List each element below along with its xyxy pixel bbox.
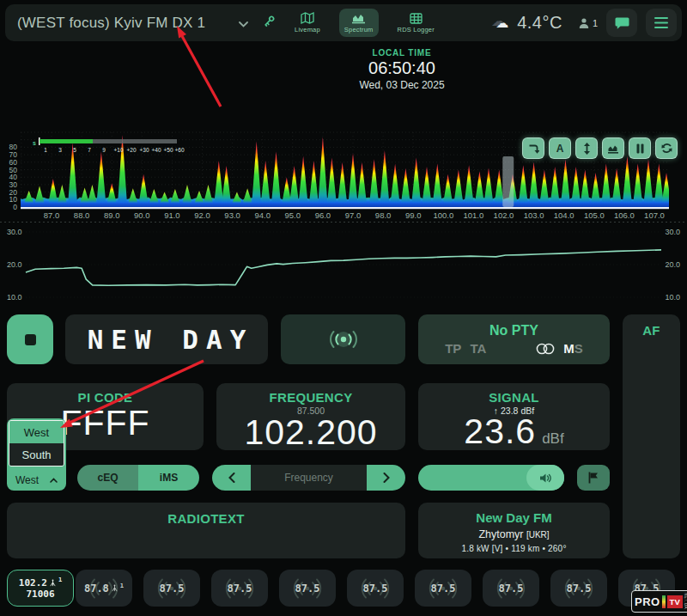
frequency-down-button[interactable] [212, 465, 251, 491]
ceq-button[interactable]: cEQ [77, 465, 138, 491]
refresh-button[interactable] [655, 137, 678, 159]
svg-text:94.0: 94.0 [254, 210, 271, 220]
auto-mode-button[interactable]: A [549, 137, 571, 159]
turn-down-arrow-button[interactable] [522, 137, 544, 159]
antenna-options-list: West South [9, 420, 64, 467]
antenna-option-west[interactable]: West [9, 421, 64, 443]
logo-pro-text: PRO [635, 595, 660, 608]
signal-unit: dBf [542, 430, 564, 448]
chat-button[interactable] [606, 9, 637, 37]
key-icon[interactable] [262, 15, 276, 32]
svg-text:+40: +40 [151, 147, 161, 153]
preset-frequency: 87.5 [363, 582, 388, 595]
preset-button[interactable]: 87.5 [550, 570, 607, 607]
fmdx-webserver-app: (WEST focus) Kyiv FM DX 1 Livemap Spectr… [0, 0, 687, 616]
svg-text:92.0: 92.0 [194, 210, 210, 220]
chat-bubble-icon [615, 16, 629, 30]
logo-stripe [662, 595, 666, 608]
ims-button[interactable]: iMS [138, 465, 199, 491]
preset-frequency: 87.5 [431, 582, 456, 595]
chevron-down-icon[interactable] [239, 15, 248, 31]
svg-text:0: 0 [13, 203, 17, 211]
spectrum-chart-icon [351, 12, 366, 24]
tp-flag: TP [445, 341, 461, 356]
preset-button[interactable]: 87.5 [347, 570, 404, 607]
report-flag-button[interactable] [577, 465, 610, 491]
preset-frequency: 87.5 [228, 582, 252, 595]
station-details: 1.8 kW [V] • 119 km • 260° [418, 544, 610, 553]
svg-text:20.0: 20.0 [7, 260, 22, 269]
weather-widget: ☁☁ 4.4°C [491, 13, 562, 33]
antenna-option-south[interactable]: South [9, 443, 64, 466]
rds-ps-panel: NEW DAY [65, 314, 268, 364]
svg-text:91.0: 91.0 [164, 210, 180, 220]
users-count: 1 [593, 18, 598, 28]
nav-livemap[interactable]: Livemap [289, 9, 325, 37]
local-time-value: 06:50:40 [316, 58, 488, 78]
pause-button[interactable] [629, 137, 651, 159]
frequency-up-button[interactable] [367, 465, 405, 491]
preset-button[interactable]: 87.5 [483, 570, 539, 607]
nav-rds-logger[interactable]: RDS Logger [392, 9, 440, 37]
cloud-icon: ☁☁ [491, 14, 512, 33]
map-icon [301, 12, 314, 24]
stereo-icon [536, 343, 555, 355]
svg-text:10.0: 10.0 [7, 293, 22, 302]
svg-text:87.0: 87.0 [44, 210, 60, 220]
spectrum-toolbar: A [522, 137, 678, 159]
temperature: 4.4°C [517, 13, 562, 33]
preset-button[interactable]: 87.81 [76, 570, 132, 607]
svg-text:3: 3 [58, 147, 62, 153]
rds-ps-text: NEW DAY [88, 324, 254, 355]
local-time-label: LOCAL TIME [316, 48, 488, 58]
svg-text:90.0: 90.0 [134, 210, 150, 220]
transmitter-mast-icon [111, 584, 119, 592]
server-title[interactable]: (WEST focus) Kyiv FM DX 1 [17, 15, 205, 32]
preset-button[interactable]: 87.5 [143, 570, 200, 607]
svg-text:+50: +50 [163, 147, 173, 153]
stop-playback-button[interactable] [7, 314, 53, 364]
ukraine-flag-icon [212, 16, 232, 29]
top-bar: (WEST focus) Kyiv FM DX 1 Livemap Spectr… [5, 4, 682, 41]
svg-text:+60: +60 [174, 147, 184, 153]
svg-text:107.0: 107.0 [644, 210, 665, 220]
local-time-date: Wed, 03 Dec 2025 [316, 79, 488, 91]
scale-updown-button[interactable] [575, 137, 598, 159]
signal-value: 23.6 [464, 413, 536, 450]
frequency-input[interactable] [251, 472, 367, 484]
svg-text:103.0: 103.0 [524, 210, 544, 220]
pty-value: No PTY [489, 323, 538, 338]
volume-slider[interactable] [418, 465, 564, 491]
spectrum-mode-button[interactable] [602, 137, 624, 159]
preset-frequency: 87.5 [160, 582, 185, 595]
chevron-right-icon [383, 473, 390, 483]
signal-history-line [26, 250, 661, 285]
preset-button[interactable]: 87.5 [211, 570, 268, 607]
antenna-select[interactable]: West [9, 469, 64, 491]
preset-frequency: 102.2 [19, 577, 47, 589]
menu-button[interactable] [646, 9, 677, 37]
nav-spectrum-label: Spectrum [344, 26, 374, 34]
radiotext-panel: RADIOTEXT [7, 503, 405, 558]
signal-label: SIGNAL [418, 390, 610, 405]
svg-text:88.0: 88.0 [74, 210, 90, 220]
logo-net-text: NET.UA [684, 593, 687, 609]
users-counter: 1 [578, 17, 598, 29]
svg-text:+10: +10 [113, 147, 123, 153]
preset-button[interactable]: 87.5 [415, 570, 471, 607]
station-name[interactable]: New Day FM [418, 510, 610, 525]
preset-button[interactable]: 87.5 [279, 570, 336, 607]
nav-spectrum[interactable]: Spectrum [339, 9, 379, 37]
ta-flag: TA [470, 341, 486, 356]
volume-handle[interactable] [526, 465, 564, 491]
svg-text:98.0: 98.0 [375, 210, 392, 220]
svg-text:+20: +20 [126, 147, 136, 153]
svg-text:97.0: 97.0 [345, 210, 362, 220]
broadcast-button[interactable] [281, 314, 405, 364]
svg-text:9: 9 [102, 147, 106, 153]
af-panel: AF [623, 314, 680, 558]
svg-text:100.0: 100.0 [433, 210, 453, 220]
svg-text:106.0: 106.0 [614, 210, 635, 220]
preset-button[interactable]: 102.2171006 [7, 570, 74, 607]
nav-rds-logger-label: RDS Logger [398, 26, 435, 34]
